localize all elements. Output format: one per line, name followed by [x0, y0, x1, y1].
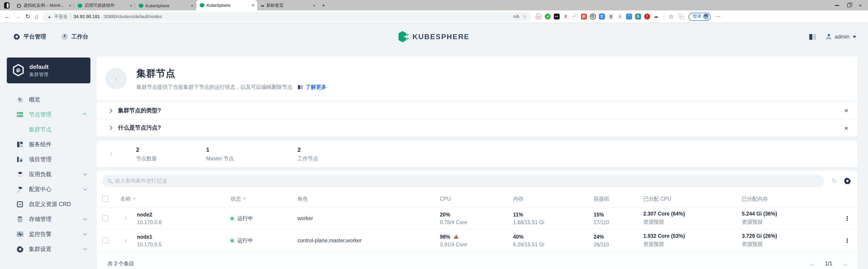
red-figure-extension-icon[interactable]: 8	[563, 14, 569, 20]
sidebar-item-monitoring-alerting[interactable]: 监控告警	[7, 229, 97, 240]
column-name[interactable]: 名称	[120, 195, 131, 202]
nodes-icon	[16, 111, 24, 118]
sidebar-item-custom-resource-crd[interactable]: 自定义资源 CRD	[7, 199, 97, 210]
sidebar-item-cluster-nodes[interactable]: 集群节点	[7, 124, 97, 135]
stat-worker-nodes: 2 工作节点	[298, 146, 352, 162]
black-o-extension-icon[interactable]: O	[590, 14, 596, 20]
sidebar-menu: 概览 节点管理 集群节点 服务组件 项目管理	[7, 94, 97, 254]
gauge-icon	[16, 96, 24, 103]
browser-tab-1[interactable]: 虚拟机实例 – Monitoring – kube ×	[13, 1, 74, 10]
new-tab-button[interactable]: +	[322, 2, 325, 8]
next-page-icon[interactable]: →	[842, 260, 848, 267]
row-actions-icon[interactable]: ⋮	[837, 239, 857, 242]
learn-more-link[interactable]: 了解更多	[306, 84, 327, 90]
search-bar[interactable]	[102, 174, 825, 187]
tab-close-icon[interactable]: ×	[130, 3, 132, 8]
tab-close-icon[interactable]: ×	[69, 3, 71, 8]
add-favorite-icon[interactable]: ☆	[523, 14, 526, 19]
blue-check-extension-icon[interactable]: ✓	[572, 14, 578, 20]
cluster-selector[interactable]: default 集群管理	[7, 57, 90, 83]
nodes-table-card: ↻ 名称 状态 角色 CPU 内存 容器组 已分配 CPU 已分配内存	[97, 171, 857, 269]
tab-close-icon[interactable]: ×	[191, 3, 193, 8]
row-actions-icon[interactable]: ⋮	[837, 217, 857, 219]
sidebar-item-service-components[interactable]: 服务组件	[7, 139, 97, 150]
row-checkbox[interactable]	[102, 215, 108, 221]
column-status[interactable]: 状态	[230, 195, 241, 202]
favorites-bar-icon[interactable]: ☆	[669, 13, 674, 20]
signin-label: 登录	[693, 14, 702, 20]
security-label: 不安全	[54, 14, 68, 20]
infinity-extension-icon[interactable]: ∞	[653, 14, 659, 20]
figure-outline-extension-icon[interactable]: &	[617, 14, 623, 20]
browser-signin-button[interactable]: 登录	[689, 12, 711, 21]
red-hand-extension-icon[interactable]: !	[644, 14, 650, 20]
console-panel-icon[interactable]	[809, 34, 816, 39]
sidebar-item-app-workloads[interactable]: 应用负载	[7, 169, 97, 180]
select-all-checkbox[interactable]	[102, 196, 108, 202]
home-icon[interactable]: ⌂	[35, 13, 38, 20]
coupon-extension-icon[interactable]: 折	[581, 14, 587, 20]
s-extension-icon[interactable]: S	[635, 14, 641, 20]
sidebar-item-project-management[interactable]: 项目管理	[7, 154, 97, 165]
green-plus-extension-icon[interactable]: +	[545, 14, 551, 20]
browser-tab-active[interactable]: KubeSphere ×	[196, 0, 257, 10]
browser-menu-icon[interactable]: ⋯	[715, 14, 721, 20]
sidebar-item-cluster-settings[interactable]: 集群设置	[7, 244, 97, 254]
url-host: 34.92.90.181	[73, 14, 100, 19]
tab-close-icon[interactable]: ×	[252, 3, 254, 7]
sidebar-item-configuration-center[interactable]: 配置中心	[7, 184, 97, 195]
search-icon	[107, 179, 111, 183]
sort-caret-icon	[133, 198, 135, 200]
close-icon[interactable]: ×	[844, 107, 848, 114]
search-input[interactable]	[115, 178, 819, 183]
tab-close-icon[interactable]: ×	[313, 3, 315, 8]
sidebar-item-storage-management[interactable]: 存储管理	[7, 214, 97, 225]
chevron-down-icon	[83, 232, 87, 236]
platform-management-label: 平台管理	[24, 33, 46, 41]
node-ip: 10.170.0.6	[137, 219, 162, 225]
workbench-menu[interactable]: 工作台	[61, 33, 88, 41]
tab-title: 虚拟机实例 – Monitoring – kube	[24, 3, 66, 8]
column-role: 角色	[298, 195, 308, 202]
banner-node-taints[interactable]: 什么是节点污点? ×	[97, 119, 857, 136]
user-menu[interactable]: admin	[826, 33, 856, 40]
banner-node-types[interactable]: 集群节点的类型? ×	[97, 102, 857, 119]
page-indicator: 1/1	[825, 261, 832, 266]
browser-tab-3[interactable]: KubeSphere ×	[135, 1, 196, 10]
blue-doc-extension-icon[interactable]: ❐	[626, 14, 632, 20]
browser-workspaces-icon[interactable]	[4, 2, 9, 8]
back-icon[interactable]: ←	[4, 13, 10, 20]
tampermonkey-extension-icon[interactable]: ••	[554, 14, 560, 20]
window-close-icon[interactable]: ×	[859, 4, 862, 7]
collections-icon[interactable]: ⿻	[678, 12, 684, 21]
table-row-node1[interactable]: node1 10.170.0.5 运行中 control-plane,maste…	[97, 230, 857, 252]
node-name-link[interactable]: node1	[137, 234, 162, 239]
restore-icon[interactable]	[847, 4, 850, 7]
address-bar[interactable]: ▲ 不安全 34.92.90.181 :30880/clusters/defau…	[43, 12, 531, 21]
column-settings-icon[interactable]	[844, 177, 851, 184]
refresh-icon[interactable]: ↻	[25, 13, 30, 20]
cat-extension-icon[interactable]: ω	[536, 14, 541, 20]
close-icon[interactable]: ×	[844, 124, 848, 132]
translate-page-icon[interactable]: aあ	[513, 14, 520, 20]
translate-extension-icon[interactable]: 文	[599, 14, 605, 20]
braces-extension-icon[interactable]: {}	[608, 14, 614, 20]
forward-icon: →	[15, 13, 21, 20]
sidebar-item-node-management[interactable]: 节点管理	[7, 109, 97, 120]
table-refresh-icon[interactable]: ↻	[832, 178, 837, 184]
total-items: 共 2 个条目	[107, 260, 134, 267]
table-row-node2[interactable]: node2 10.170.0.6 运行中 worker 20% 0.78/4 C…	[97, 208, 857, 230]
browser-tab-5[interactable]: ∞ 新标签页 ×	[257, 1, 318, 10]
row-checkbox[interactable]	[102, 237, 108, 244]
browser-tab-2[interactable]: 启用可插拔组件 ×	[74, 1, 135, 10]
minimize-icon[interactable]	[835, 5, 839, 6]
stat-master-nodes: 1 Master 节点	[206, 146, 278, 162]
prev-page-icon[interactable]: ←	[809, 260, 815, 267]
stat-node-count: 2 节点数量	[136, 146, 190, 162]
kubesphere-logo[interactable]: KUBESPHERE	[399, 31, 469, 42]
username: admin	[835, 33, 849, 40]
sidebar-item-overview[interactable]: 概览	[7, 94, 97, 105]
platform-management-menu[interactable]: 平台管理	[13, 33, 46, 41]
node-name-link[interactable]: node2	[137, 212, 162, 217]
workbench-label: 工作台	[71, 33, 88, 41]
